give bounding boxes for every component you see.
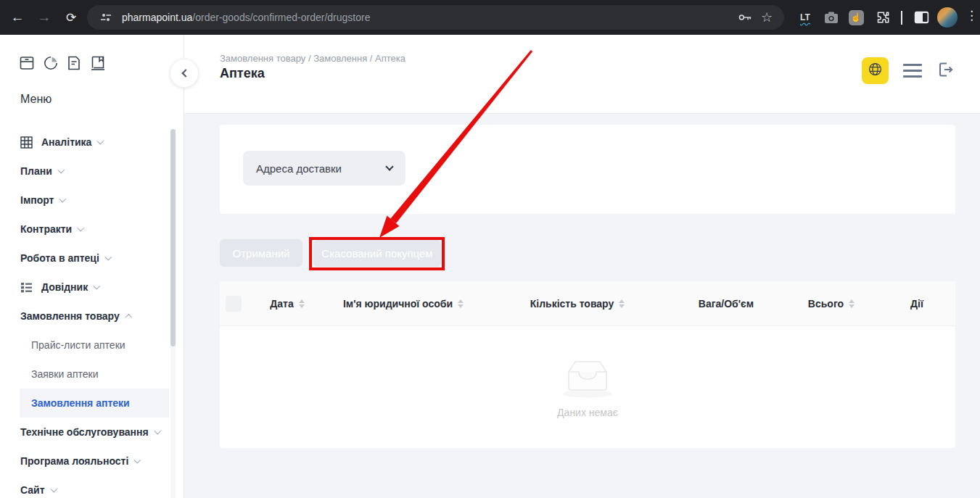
forward-icon[interactable]: → xyxy=(34,7,54,28)
sidebar-item-pharmacy-work[interactable]: Робота в аптеці xyxy=(0,244,184,273)
camera-extension-icon[interactable] xyxy=(823,9,840,25)
sidebar-menu: Аналітика Плани Імпорт Контракти Робота … xyxy=(0,128,184,498)
touch-extension-icon[interactable]: ☝ xyxy=(847,9,865,25)
sidebar-item-loyalty-program[interactable]: Програма лояльності xyxy=(0,447,184,476)
app-window: Меню Аналітика Плани Імпорт Контракти Ро… xyxy=(0,35,980,498)
chevron-down-icon xyxy=(385,162,393,170)
logout-icon xyxy=(936,60,955,82)
select-all-checkbox[interactable] xyxy=(226,296,242,312)
site-settings-icon[interactable] xyxy=(97,9,115,25)
grid-icon xyxy=(20,136,33,149)
chevron-down-icon xyxy=(134,456,141,462)
password-key-icon[interactable] xyxy=(736,9,754,25)
sidebar-item-maintenance[interactable]: Технічне обслуговування xyxy=(0,418,184,447)
browser-toolbar: ← → ⟳ pharmapoint.ua/order-goods/confirm… xyxy=(0,0,980,35)
chevron-down-icon xyxy=(154,427,160,433)
filter-card: Адреса доставки xyxy=(220,125,955,214)
chevron-down-icon xyxy=(97,137,104,144)
logout-button[interactable] xyxy=(936,60,955,82)
language-globe-button[interactable] xyxy=(862,57,889,84)
tab-received-button[interactable]: Отриманий xyxy=(220,239,302,267)
column-header-total[interactable]: Всього xyxy=(784,298,878,310)
sort-icon[interactable] xyxy=(458,299,464,308)
sort-icon[interactable] xyxy=(299,299,305,308)
side-panel-icon[interactable] xyxy=(913,9,930,25)
browser-menu-kebab-icon[interactable]: ⋮ xyxy=(965,8,977,23)
page-header: Замовлення товару / Замовлення / Аптека … xyxy=(184,35,980,114)
chevron-down-icon xyxy=(59,195,66,202)
delivery-address-dropdown[interactable]: Адреса доставки xyxy=(243,151,405,186)
pie-chart-icon[interactable] xyxy=(43,55,59,71)
sidebar-item-contracts[interactable]: Контракти xyxy=(0,215,184,244)
url-domain: pharmapoint.ua xyxy=(122,12,192,23)
bookmark-star-icon[interactable]: ☆ xyxy=(758,9,775,25)
hamburger-menu-button[interactable] xyxy=(903,61,922,80)
scrollbar-thumb[interactable] xyxy=(170,129,176,346)
book-icon[interactable] xyxy=(89,55,107,71)
toolbar-separator xyxy=(901,11,902,25)
page-title: Аптека xyxy=(220,66,265,81)
main-content: Адреса доставки Отриманий Скасований пок… xyxy=(184,114,980,498)
languagetool-extension-icon[interactable]: LT xyxy=(796,9,814,25)
empty-state: Даних немає xyxy=(220,326,955,448)
table-header-row: Дата Ім'я юридичної особи Кількість това… xyxy=(220,281,955,326)
sidebar-item-pharmacy-price-lists[interactable]: Прайс-листи аптеки xyxy=(0,331,184,360)
browser-profile-avatar[interactable] xyxy=(937,7,958,28)
url-bar[interactable]: pharmapoint.ua/order-goods/confirmed-ord… xyxy=(87,5,784,30)
breadcrumb: Замовлення товару / Замовлення / Аптека xyxy=(220,53,405,64)
chevron-left-icon xyxy=(181,69,189,77)
archive-box-icon[interactable] xyxy=(19,55,35,71)
orders-table: Дата Ім'я юридичної особи Кількість това… xyxy=(220,281,955,448)
tab-cancelled-by-buyer-button[interactable]: Скасований покупцем xyxy=(313,240,441,267)
globe-icon xyxy=(868,62,883,80)
sidebar-scrollbar[interactable] xyxy=(170,129,176,498)
sidebar-item-directory[interactable]: Довідник xyxy=(0,273,184,302)
url-text: pharmapoint.ua/order-goods/confirmed-ord… xyxy=(122,12,370,23)
sidebar: Меню Аналітика Плани Імпорт Контракти Ро… xyxy=(0,35,184,498)
sidebar-item-import[interactable]: Імпорт xyxy=(0,186,184,215)
empty-state-text: Даних немає xyxy=(557,407,618,418)
chevron-down-icon xyxy=(57,166,64,173)
column-header-legal-entity[interactable]: Ім'я юридичної особи xyxy=(320,298,487,310)
reload-icon[interactable]: ⟳ xyxy=(61,7,81,28)
back-icon[interactable]: ← xyxy=(7,7,28,28)
chevron-up-icon xyxy=(125,314,131,320)
menu-title: Меню xyxy=(20,93,52,106)
sidebar-item-pharmacy-orders[interactable]: Замовлення аптеки xyxy=(0,389,184,418)
sort-icon[interactable] xyxy=(849,299,855,308)
sidebar-item-plans[interactable]: Плани xyxy=(0,157,184,186)
sort-icon[interactable] xyxy=(619,299,625,308)
column-header-weight-volume: Вага/Об'єм xyxy=(668,298,784,310)
sidebar-item-pharmacy-requests[interactable]: Заявки аптеки xyxy=(0,360,184,389)
column-header-goods-quantity[interactable]: Кількість товару xyxy=(487,298,668,310)
chevron-down-icon xyxy=(94,282,100,289)
url-path: /order-goods/confirmed-order/drugstore xyxy=(192,12,370,23)
extensions-puzzle-icon[interactable] xyxy=(875,9,892,25)
chevron-down-icon xyxy=(78,224,84,231)
chevron-down-icon xyxy=(50,485,57,491)
sidebar-item-goods-order[interactable]: Замовлення товару xyxy=(0,302,184,331)
document-icon[interactable] xyxy=(67,55,81,71)
chevron-down-icon xyxy=(104,253,111,260)
empty-inbox-icon xyxy=(560,356,615,401)
sidebar-item-site[interactable]: Сайт xyxy=(0,476,184,498)
column-header-date[interactable]: Дата xyxy=(255,298,320,310)
column-header-actions: Дії xyxy=(878,298,955,310)
sidebar-collapse-button[interactable] xyxy=(170,59,199,88)
dropdown-label: Адреса доставки xyxy=(256,162,387,175)
list-icon xyxy=(20,282,33,293)
sidebar-item-analytics[interactable]: Аналітика xyxy=(0,128,184,157)
